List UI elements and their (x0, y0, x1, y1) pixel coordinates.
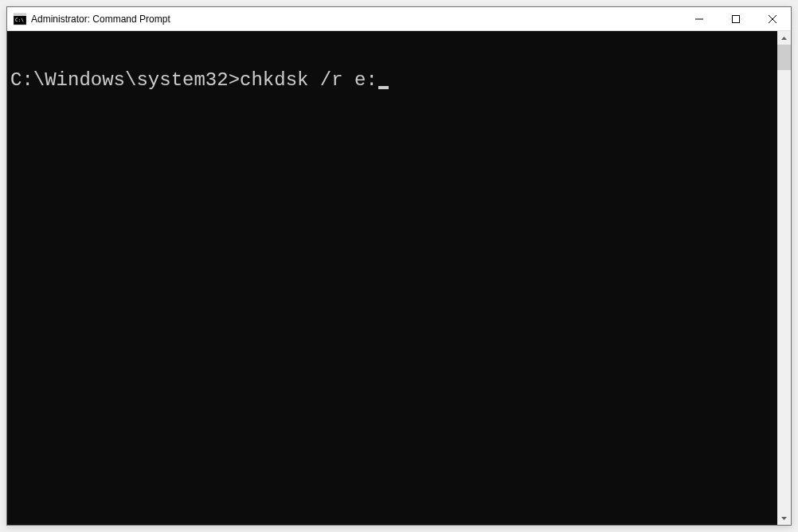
minimize-icon (695, 15, 703, 23)
cmd-icon: C:\ (14, 13, 26, 25)
chevron-down-icon (781, 517, 787, 520)
terminal-area: C:\Windows\system32>chkdsk /r e: (7, 31, 791, 525)
command-prompt-window: C:\ Administrator: Command Prompt (6, 6, 792, 526)
window-controls (681, 7, 791, 30)
cursor (378, 86, 389, 89)
command-prompt: C:\Windows\system32> (10, 69, 240, 91)
titlebar[interactable]: C:\ Administrator: Command Prompt (7, 7, 791, 31)
maximize-button[interactable] (718, 7, 754, 30)
vertical-scrollbar[interactable] (777, 31, 791, 525)
svg-rect-4 (733, 15, 740, 22)
maximize-icon (732, 15, 740, 23)
terminal-content[interactable]: C:\Windows\system32>chkdsk /r e: (7, 31, 777, 525)
scroll-up-button[interactable] (777, 31, 791, 45)
svg-text:C:\: C:\ (15, 17, 24, 22)
close-button[interactable] (754, 7, 791, 30)
scroll-down-button[interactable] (777, 511, 791, 525)
command-input: chkdsk /r e: (240, 69, 377, 91)
close-icon (769, 15, 776, 23)
window-title: Administrator: Command Prompt (31, 14, 681, 25)
scroll-thumb[interactable] (777, 45, 791, 70)
scroll-track[interactable] (777, 45, 791, 511)
svg-rect-1 (14, 14, 26, 16)
minimize-button[interactable] (681, 7, 718, 30)
chevron-up-icon (781, 37, 787, 40)
